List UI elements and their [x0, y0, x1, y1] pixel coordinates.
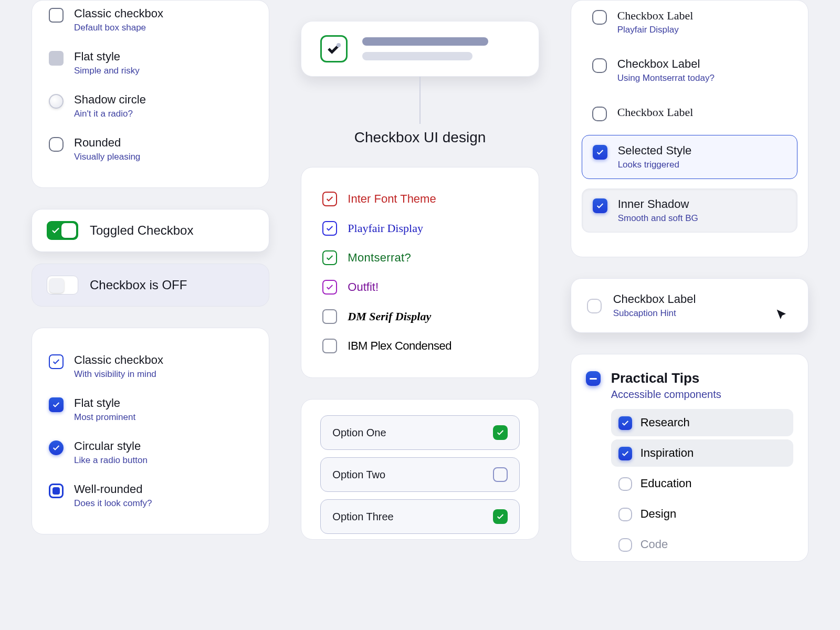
checkbox-icon[interactable]: [49, 397, 64, 412]
checkbox-icon[interactable]: [322, 250, 337, 265]
sub: Looks triggered: [618, 160, 692, 170]
tips-item-inspiration[interactable]: Inspiration: [611, 439, 793, 467]
toggle-label: Toggled Checkbox: [90, 223, 193, 238]
checkbox-row-rounded[interactable]: RoundedVisually pleasing: [49, 130, 252, 169]
tips-title: Practical Tips: [611, 370, 721, 386]
checkbox-icon[interactable]: [49, 137, 64, 152]
checkbox-icon[interactable]: [493, 425, 508, 440]
panel-practical-tips: Practical TipsAccessible components Rese…: [571, 354, 808, 562]
sub: Using Montserrat today?: [617, 73, 715, 83]
checkbox-icon[interactable]: [322, 192, 337, 206]
checkbox-row-classic[interactable]: Classic checkboxDefault box shape: [49, 1, 252, 39]
checkbox-icon[interactable]: [593, 198, 607, 213]
label: Shadow circle: [74, 93, 146, 107]
checkbox-icon[interactable]: [593, 145, 607, 160]
font-row-inter[interactable]: Inter Font Theme: [322, 184, 517, 214]
sub: Default box shape: [74, 23, 163, 33]
label: Montserrat?: [348, 251, 411, 265]
tips-item-research[interactable]: Research: [611, 409, 793, 436]
toggle-switch-icon[interactable]: [47, 276, 78, 295]
placeholder-line: [362, 52, 472, 60]
option-row[interactable]: Option Three: [320, 499, 519, 534]
label: Classic checkbox: [74, 353, 163, 367]
label: Inter Font Theme: [348, 192, 436, 206]
checkbox-icon[interactable]: [322, 339, 337, 353]
checkbox-row-circular-checked[interactable]: Circular styleLike a radio button: [49, 433, 252, 472]
toggle-on-card[interactable]: Toggled Checkbox: [32, 209, 269, 252]
checkbox-row-selected-style[interactable]: Selected StyleLooks triggered: [582, 135, 797, 179]
toggle-switch-icon[interactable]: [47, 221, 78, 240]
checkbox-icon[interactable]: [592, 107, 607, 121]
checkbox-icon[interactable]: [592, 58, 607, 73]
label: Option Three: [332, 511, 393, 523]
checkbox-row-well-rounded[interactable]: Well-roundedDoes it look comfy?: [49, 476, 252, 515]
hero-preview-card: [301, 21, 539, 77]
label: Checkbox Label: [617, 9, 694, 23]
checkbox-row-classic-checked[interactable]: Classic checkboxWith visibility in mind: [49, 347, 252, 386]
label: Well-rounded: [74, 482, 152, 496]
font-row-montserrat[interactable]: Montserrat?: [322, 243, 517, 272]
checkbox-icon[interactable]: [587, 299, 602, 313]
tips-item-education[interactable]: Education: [611, 470, 793, 497]
checkbox-row-serif-label[interactable]: Checkbox Label: [582, 97, 797, 130]
hover-state-card[interactable]: Checkbox LabelSubcaption Hint: [571, 278, 808, 333]
checkbox-icon[interactable]: [322, 280, 337, 295]
checkbox-icon[interactable]: [618, 447, 632, 460]
label: Inspiration: [640, 446, 694, 460]
checkbox-icon[interactable]: [618, 416, 632, 430]
checkbox-row-flat-checked[interactable]: Flat styleMost prominent: [49, 390, 252, 429]
sub: Smooth and soft BG: [618, 213, 698, 224]
label: Outfit!: [348, 280, 379, 294]
checkbox-icon[interactable]: [49, 440, 64, 455]
checkbox-icon[interactable]: [49, 8, 64, 23]
tips-item-code[interactable]: Code: [611, 531, 793, 558]
font-row-outfit[interactable]: Outfit!: [322, 272, 517, 302]
label: Circular style: [74, 439, 148, 453]
label: Checkbox Label: [617, 57, 715, 71]
toggle-off-card[interactable]: Checkbox is OFF: [32, 264, 269, 307]
checkbox-row-montserrat-label[interactable]: Checkbox LabelUsing Montserrat today?: [582, 49, 797, 92]
checkbox-row-playfair-label[interactable]: Checkbox LabelPlayfair Display: [582, 1, 797, 44]
checkbox-icon[interactable]: [592, 10, 607, 25]
checkbox-icon[interactable]: [618, 538, 632, 552]
checkbox-icon[interactable]: [49, 94, 64, 109]
checkbox-icon[interactable]: [49, 354, 64, 369]
font-row-ibm[interactable]: IBM Plex Condensed: [322, 331, 517, 361]
placeholder-line: [362, 37, 488, 46]
label: Flat style: [74, 50, 140, 64]
panel-font-themes: Inter Font Theme Playfair Display Montse…: [301, 167, 539, 378]
label: Education: [640, 477, 692, 490]
label: Code: [640, 538, 668, 551]
font-row-playfair[interactable]: Playfair Display: [322, 214, 517, 243]
checkbox-indeterminate-icon[interactable]: [586, 371, 601, 386]
tips-item-design[interactable]: Design: [611, 500, 793, 528]
checkbox-icon[interactable]: [618, 477, 632, 491]
cursor-icon: [774, 307, 789, 322]
checkbox-icon[interactable]: [49, 51, 64, 66]
sub: Playfair Display: [617, 25, 694, 35]
checkbox-row-shadow-circle[interactable]: Shadow circleAin't it a radio?: [49, 87, 252, 125]
label: Rounded: [74, 136, 140, 150]
checkbox-icon[interactable]: [322, 221, 337, 236]
panel-checkbox-styles-checked: Classic checkboxWith visibility in mind …: [32, 328, 269, 534]
checkbox-icon[interactable]: [49, 484, 64, 498]
checkbox-icon[interactable]: [618, 508, 632, 521]
pointer-line: [419, 77, 421, 124]
hero-checkbox-icon: [320, 35, 348, 62]
option-row[interactable]: Option Two: [320, 457, 519, 492]
checkbox-row-inner-shadow[interactable]: Inner ShadowSmooth and soft BG: [582, 188, 797, 233]
checkbox-icon[interactable]: [322, 309, 337, 324]
checkbox-icon[interactable]: [493, 509, 508, 524]
sub: Simple and risky: [74, 66, 140, 76]
option-row[interactable]: Option One: [320, 415, 519, 450]
label: Research: [640, 416, 690, 429]
panel-options: Option One Option Two Option Three: [301, 399, 539, 540]
label: Option Two: [332, 469, 385, 481]
label: Classic checkbox: [74, 7, 163, 20]
checkbox-row-flat[interactable]: Flat styleSimple and risky: [49, 44, 252, 82]
font-row-dmserif[interactable]: DM Serif Display: [322, 302, 517, 331]
label: Inner Shadow: [618, 197, 698, 211]
sub: Ain't it a radio?: [74, 109, 146, 119]
label: Design: [640, 507, 676, 521]
checkbox-icon[interactable]: [493, 467, 508, 482]
